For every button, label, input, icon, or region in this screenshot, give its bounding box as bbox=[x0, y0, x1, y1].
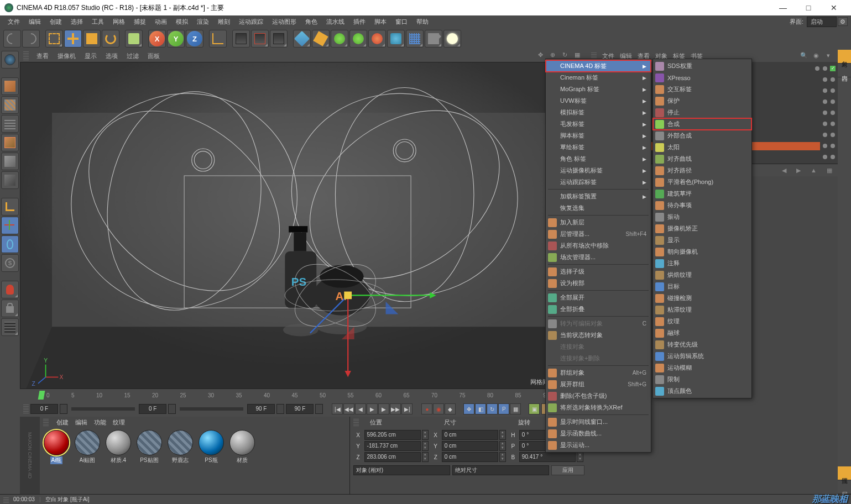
menu-脚本[interactable]: 脚本 bbox=[370, 15, 391, 28]
frame-start-field[interactable]: 0 F bbox=[30, 404, 58, 414]
grip-icon[interactable] bbox=[23, 405, 29, 413]
material-item[interactable]: Ai瓶 bbox=[42, 430, 71, 464]
tweak-mode[interactable] bbox=[1, 235, 19, 253]
filter-icon[interactable]: ▾ bbox=[827, 52, 834, 60]
bake-button[interactable]: ▣ bbox=[529, 403, 540, 414]
material-item[interactable]: PS瓶 bbox=[197, 430, 226, 464]
context-menu[interactable]: CINEMA 4D 标签▶Cineman 标签▶MoGraph 标签▶UVW标签… bbox=[545, 59, 651, 453]
ctx-sub-item[interactable]: 注释 bbox=[653, 258, 751, 269]
timeline-marker[interactable] bbox=[38, 391, 45, 400]
coord-sys-button[interactable] bbox=[209, 30, 227, 48]
ctx-sub-item[interactable]: 纹理 bbox=[653, 316, 751, 327]
tab-content[interactable]: 内容 bbox=[838, 64, 851, 77]
tab-attr[interactable]: 属性 bbox=[838, 466, 851, 480]
ctx-sub-item[interactable]: 对齐路径 bbox=[653, 165, 751, 176]
grip-icon[interactable] bbox=[3, 496, 9, 503]
ctx-sub-item[interactable]: 交互标签 bbox=[653, 83, 751, 95]
frame-end2-field[interactable]: 90 F bbox=[286, 404, 314, 414]
y-axis-button[interactable]: Y bbox=[167, 30, 185, 48]
generator2-button[interactable] bbox=[349, 30, 367, 48]
point-mode[interactable] bbox=[1, 134, 19, 151]
ctx-sub-item[interactable]: 限制 bbox=[653, 374, 751, 385]
mat-menu-编辑[interactable]: 编辑 bbox=[75, 418, 87, 427]
ctx-sub-item[interactable]: 停止 bbox=[653, 107, 751, 118]
close-button[interactable]: ✕ bbox=[821, 0, 847, 15]
pos-key-button[interactable]: ✥ bbox=[463, 403, 474, 414]
ctx-sub-item[interactable]: 运动模糊 bbox=[653, 362, 751, 374]
ctx-sub-item[interactable]: 显示 bbox=[653, 234, 751, 246]
magnet-button[interactable] bbox=[1, 281, 19, 298]
mat-menu-纹理[interactable]: 纹理 bbox=[113, 418, 125, 427]
ctx-item[interactable]: 恢复选集 bbox=[546, 202, 651, 214]
mat-menu-功能[interactable]: 功能 bbox=[94, 418, 106, 427]
globex-button[interactable] bbox=[1, 51, 19, 69]
ctx-item[interactable]: 草绘标签▶ bbox=[546, 141, 651, 153]
end-spin[interactable] bbox=[276, 404, 284, 414]
vis-editor-icon[interactable] bbox=[823, 99, 827, 104]
scale-tool[interactable] bbox=[83, 30, 101, 48]
coord-spinner[interactable]: ▲▼ bbox=[577, 452, 583, 462]
ctx-item[interactable]: 运动摄像机标签▶ bbox=[546, 165, 651, 176]
tab-objects[interactable]: 对象 bbox=[838, 50, 851, 64]
ctx-item[interactable]: 将所选对象转换为XRef bbox=[546, 402, 651, 413]
vp-menu-过滤[interactable]: 过滤 bbox=[122, 52, 143, 60]
vis-editor-icon[interactable] bbox=[815, 66, 819, 71]
minimize-button[interactable]: — bbox=[770, 0, 796, 15]
vis-editor-icon[interactable] bbox=[823, 122, 827, 126]
vis-editor-icon[interactable] bbox=[823, 133, 827, 137]
material-item[interactable]: 野鹿志 bbox=[166, 430, 195, 464]
menu-流水线[interactable]: 流水线 bbox=[322, 15, 349, 28]
cur-spin[interactable] bbox=[168, 404, 176, 414]
ctx-sub-item[interactable]: 顶点颜色 bbox=[653, 385, 751, 397]
texture-mode[interactable] bbox=[1, 96, 19, 114]
ctx-sub-item[interactable]: 建筑草坪 bbox=[653, 188, 751, 200]
generator-button[interactable] bbox=[331, 30, 348, 48]
layout-config-icon[interactable]: ⚙ bbox=[838, 17, 848, 26]
menu-窗口[interactable]: 窗口 bbox=[391, 15, 412, 28]
ctx-sub-item[interactable]: 平滑着色(Phong) bbox=[653, 176, 751, 188]
prev-key-button[interactable]: ◀◀ bbox=[343, 403, 354, 414]
vis-editor-icon[interactable] bbox=[823, 88, 827, 93]
ctx-item[interactable]: UVW标签▶ bbox=[546, 95, 651, 107]
menu-渲染[interactable]: 渲染 bbox=[192, 15, 213, 28]
vp-menu-选项[interactable]: 选项 bbox=[101, 52, 122, 60]
ctx-sub-item[interactable]: XPresso bbox=[653, 72, 751, 83]
ctx-item[interactable]: 选择子级 bbox=[546, 266, 651, 277]
camera-button[interactable] bbox=[406, 30, 424, 48]
poly-mode[interactable] bbox=[1, 171, 19, 189]
stack-button[interactable] bbox=[1, 318, 19, 336]
ctx-item[interactable]: 层管理器...Shift+F4 bbox=[546, 228, 651, 240]
menu-动画[interactable]: 动画 bbox=[150, 15, 171, 28]
ctx-item[interactable]: 展开群组Shift+G bbox=[546, 379, 651, 390]
menu-选择[interactable]: 选择 bbox=[66, 15, 87, 28]
ctx-item[interactable]: MoGraph 标签▶ bbox=[546, 83, 651, 95]
ctx-item[interactable]: 从所有场次中移除 bbox=[546, 240, 651, 251]
ctx-sub-item[interactable]: 对齐曲线 bbox=[653, 153, 751, 165]
ctx-sub-item[interactable]: 转变优先级 bbox=[653, 339, 751, 350]
ctx-item[interactable]: 连接对象 bbox=[546, 341, 651, 353]
vis-editor-icon[interactable] bbox=[823, 77, 827, 82]
primitive-button[interactable] bbox=[293, 30, 311, 48]
ctx-sub-item[interactable]: 粘滞纹理 bbox=[653, 304, 751, 316]
vis-render-icon[interactable] bbox=[823, 66, 827, 71]
vp-menu-摄像机[interactable]: 摄像机 bbox=[53, 52, 80, 60]
axis-mode[interactable] bbox=[1, 198, 19, 216]
coord-spinner[interactable]: ▲▼ bbox=[499, 452, 506, 462]
menu-创建[interactable]: 创建 bbox=[45, 15, 66, 28]
ctx-sub-item[interactable]: 太阳 bbox=[653, 141, 751, 153]
lock-button[interactable] bbox=[1, 300, 19, 317]
vis-render-icon[interactable] bbox=[831, 99, 835, 104]
coord-input[interactable]: 596.205 cm bbox=[364, 430, 421, 440]
layout-select[interactable]: 启动 bbox=[807, 17, 837, 27]
ctx-sub-item[interactable]: 运动剪辑系统 bbox=[653, 350, 751, 362]
par-key-button[interactable]: P bbox=[498, 403, 509, 414]
ctx-item[interactable]: 全部展开 bbox=[546, 292, 651, 303]
coord-spinner[interactable]: ▲▼ bbox=[499, 441, 506, 451]
material-item[interactable]: Ai贴图 bbox=[73, 430, 102, 464]
ctx-sub-item[interactable]: SDS权重 bbox=[653, 60, 751, 72]
ctx-item[interactable]: 加载标签预置▶ bbox=[546, 191, 651, 202]
model-mode[interactable] bbox=[1, 77, 19, 95]
rotate-tool[interactable] bbox=[102, 30, 119, 48]
menu-编辑[interactable]: 编辑 bbox=[24, 15, 45, 28]
coord-input[interactable]: 0 cm bbox=[442, 452, 498, 462]
